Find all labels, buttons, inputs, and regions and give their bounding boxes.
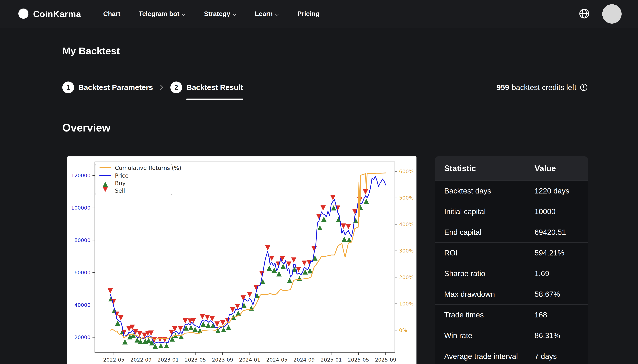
overview-content: 2022-052022-092023-012023-052023-092024-… — [62, 156, 588, 364]
column-value: Value — [534, 156, 588, 180]
svg-text:100000: 100000 — [71, 205, 90, 211]
svg-text:Cumulative Returns (%): Cumulative Returns (%) — [115, 164, 181, 171]
svg-text:2023-05: 2023-05 — [185, 357, 206, 363]
credits-count: 959 — [497, 83, 509, 92]
svg-text:2023-09: 2023-09 — [212, 357, 233, 363]
backtest-chart: 2022-052022-092023-012023-052023-092024-… — [67, 156, 416, 364]
page-title: My Backtest — [62, 45, 588, 56]
brand-name: CoinKarma — [33, 9, 81, 19]
brand[interactable]: CoinKarma — [18, 8, 81, 20]
table-row: Win rate86.31% — [435, 325, 588, 346]
svg-text:300%: 300% — [399, 248, 414, 254]
svg-text:200%: 200% — [399, 274, 414, 280]
nav-item-telegram-bot[interactable]: Telegram bot — [139, 10, 186, 18]
nav-item-chart[interactable]: Chart — [103, 10, 120, 18]
svg-text:Price: Price — [115, 172, 128, 179]
info-icon[interactable] — [580, 83, 588, 92]
chevron-down-icon — [275, 10, 279, 18]
step2-label: Backtest Result — [186, 83, 243, 92]
nav-links: Chart Telegram bot Strategy Learn Pricin… — [103, 10, 320, 18]
table-row: End capital69420.51 — [435, 222, 588, 242]
table-row: Sharpe ratio1.69 — [435, 263, 588, 284]
table-row: Max drawdown58.67% — [435, 284, 588, 304]
svg-text:2025-01: 2025-01 — [320, 357, 342, 363]
nav-item-strategy[interactable]: Strategy — [204, 10, 236, 18]
coinkarma-logo-icon — [18, 8, 29, 20]
svg-text:2024-05: 2024-05 — [266, 357, 288, 363]
nav-item-pricing[interactable]: Pricing — [297, 10, 320, 18]
credits-remaining: 959 backtest credits left — [497, 83, 588, 92]
table-row: Initial capital10000 — [435, 201, 588, 222]
backtest-chart-figure: 2022-052022-092023-012023-052023-092024-… — [67, 156, 416, 364]
step-backtest-result[interactable]: 2 Backtest Result — [170, 82, 243, 93]
chevron-right-icon — [160, 84, 164, 91]
svg-text:Sell: Sell — [115, 188, 125, 194]
globe-icon[interactable] — [579, 8, 590, 20]
svg-text:600%: 600% — [399, 168, 414, 174]
svg-text:60000: 60000 — [74, 270, 90, 276]
chevron-down-icon — [182, 10, 186, 18]
stepper: 1 Backtest Parameters 2 Backtest Result … — [62, 82, 588, 93]
statistics-table: Statistic Value Backtest days1220 days I… — [435, 156, 588, 364]
chevron-down-icon — [232, 10, 236, 18]
svg-text:120000: 120000 — [71, 172, 90, 178]
column-statistic: Statistic — [435, 156, 534, 180]
svg-text:Buy: Buy — [115, 180, 126, 186]
navbar: CoinKarma Chart Telegram bot Strategy Le… — [0, 0, 638, 28]
section-divider — [62, 143, 588, 143]
main-content: My Backtest 1 Backtest Parameters 2 Back… — [0, 45, 638, 364]
table-row: Average trade interval7 days — [435, 346, 588, 364]
user-avatar[interactable] — [602, 4, 622, 24]
svg-text:2022-09: 2022-09 — [130, 357, 152, 363]
step1-circle: 1 — [62, 82, 74, 93]
step-backtest-parameters[interactable]: 1 Backtest Parameters — [62, 82, 153, 93]
svg-text:2024-01: 2024-01 — [239, 357, 260, 363]
svg-text:500%: 500% — [399, 195, 414, 201]
svg-text:2025-05: 2025-05 — [348, 357, 369, 363]
svg-text:2022-05: 2022-05 — [103, 357, 124, 363]
table-row: Trade times168 — [435, 304, 588, 325]
svg-text:80000: 80000 — [74, 237, 90, 243]
table-row: ROI594.21% — [435, 242, 588, 263]
nav-item-learn[interactable]: Learn — [255, 10, 279, 18]
step1-label: Backtest Parameters — [78, 83, 153, 92]
active-step-underline — [186, 98, 243, 100]
svg-text:2023-01: 2023-01 — [158, 357, 179, 363]
step2-circle: 2 — [170, 82, 182, 93]
svg-text:100%: 100% — [399, 301, 414, 306]
nav-right — [579, 4, 622, 24]
svg-text:20000: 20000 — [74, 334, 90, 340]
svg-text:2024-09: 2024-09 — [294, 357, 315, 363]
svg-text:40000: 40000 — [74, 302, 90, 308]
section-title-overview: Overview — [62, 122, 588, 134]
svg-text:0%: 0% — [399, 327, 407, 333]
table-row: Backtest days1220 days — [435, 180, 588, 201]
svg-text:400%: 400% — [399, 221, 414, 227]
credits-label: backtest credits left — [512, 83, 576, 92]
table-header-row: Statistic Value — [435, 156, 588, 180]
svg-text:2025-09: 2025-09 — [375, 357, 396, 363]
